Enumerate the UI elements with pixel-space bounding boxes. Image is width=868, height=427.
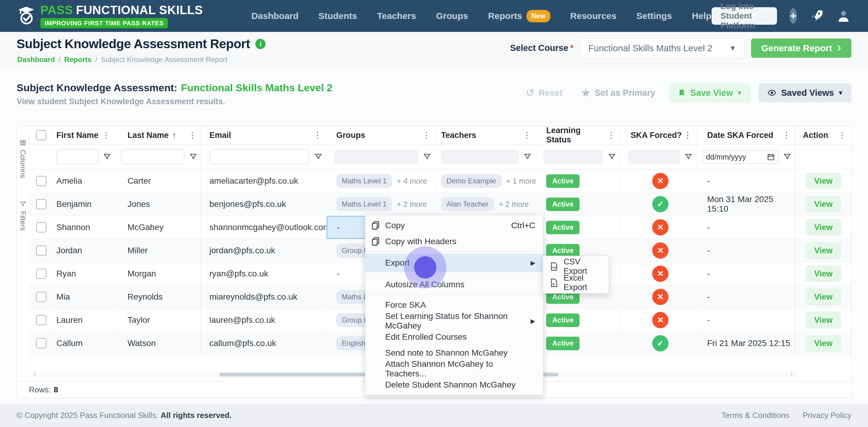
breadcrumb-reports[interactable]: Reports bbox=[64, 56, 92, 64]
tab-filters[interactable]: Filters bbox=[17, 201, 29, 231]
column-menu-icon[interactable]: ⋮ bbox=[313, 130, 321, 140]
save-view-button[interactable]: Save View▾ bbox=[669, 83, 750, 102]
breadcrumb-dashboard[interactable]: Dashboard bbox=[17, 56, 55, 64]
column-menu-icon[interactable]: ⋮ bbox=[523, 130, 531, 140]
grid-header-row: First Name⋮ Last Name↑⋮ Email⋮ Groups⋮ T… bbox=[29, 126, 851, 144]
first-name-filter-input[interactable] bbox=[56, 150, 98, 164]
status-badge: Active bbox=[546, 174, 580, 188]
login-student-platform-button[interactable]: Log into Student Platform bbox=[712, 7, 777, 25]
last-name-filter-input[interactable] bbox=[121, 150, 184, 164]
cross-icon bbox=[652, 289, 669, 305]
select-all-checkbox[interactable] bbox=[36, 130, 46, 140]
teachers-filter-input bbox=[441, 150, 519, 164]
column-menu-icon[interactable]: ⋮ bbox=[838, 130, 846, 140]
required-asterisk: * bbox=[570, 43, 574, 53]
submenu-item-csv-export[interactable]: CSV CSV Export bbox=[543, 258, 609, 275]
menu-item-set-learning-status[interactable]: Set Learning Status for Shannon McGahey … bbox=[365, 313, 543, 329]
view-toolbar: ↺Reset ★Set as Primary Save View▾ Saved … bbox=[526, 83, 851, 102]
funnel-icon[interactable] bbox=[608, 153, 616, 161]
calendar-icon[interactable] bbox=[767, 153, 775, 161]
svg-text:x: x bbox=[553, 282, 555, 286]
submenu-item-excel-export[interactable]: x Excel Export bbox=[543, 275, 609, 291]
menu-item-copy-with-headers[interactable]: Copy with Headers bbox=[365, 233, 543, 249]
column-menu-icon[interactable]: ⋮ bbox=[102, 130, 110, 140]
table-row[interactable]: Amelia Carter ameliacarter@pfs.co.uk Mat… bbox=[29, 169, 851, 193]
column-menu-icon[interactable]: ⋮ bbox=[607, 130, 615, 140]
column-menu-icon[interactable]: ⋮ bbox=[782, 130, 790, 140]
menu-item-autosize[interactable]: Autosize All Columns bbox=[365, 276, 543, 292]
view-button[interactable]: View bbox=[806, 335, 841, 352]
rocket-icon[interactable] bbox=[809, 9, 824, 23]
view-button[interactable]: View bbox=[806, 289, 841, 305]
menu-item-delete-student[interactable]: Delete Student Shannon McGahey bbox=[365, 377, 543, 393]
privacy-link[interactable]: Privacy Policy bbox=[803, 411, 851, 420]
nav-item-students[interactable]: Students bbox=[318, 11, 357, 21]
nav-item-teachers[interactable]: Teachers bbox=[377, 11, 416, 21]
grid-filter-row: dd/mm/yyyy bbox=[29, 144, 851, 169]
menu-item-copy[interactable]: Copy Ctrl+C bbox=[365, 218, 543, 233]
view-button[interactable]: View bbox=[806, 172, 841, 189]
menu-item-attach-to-teachers[interactable]: Attach Shannon McGahey to Teachers... bbox=[365, 361, 543, 377]
row-checkbox[interactable] bbox=[36, 338, 46, 349]
column-menu-icon[interactable]: ⋮ bbox=[188, 130, 196, 140]
info-icon[interactable]: i bbox=[255, 39, 266, 49]
nav-item-dashboard[interactable]: Dashboard bbox=[251, 11, 299, 21]
scroll-right-icon[interactable]: › bbox=[790, 371, 792, 377]
date-filter-input[interactable]: dd/mm/yyyy bbox=[702, 150, 778, 164]
copy-icon bbox=[371, 236, 380, 246]
saved-views-button[interactable]: Saved Views▾ bbox=[758, 83, 851, 102]
view-button[interactable]: View bbox=[806, 312, 841, 329]
menu-item-force-ska[interactable]: Force SKA bbox=[365, 297, 543, 313]
scroll-left-icon[interactable]: ‹ bbox=[34, 371, 36, 377]
view-button[interactable]: View bbox=[806, 219, 841, 236]
plus-icon[interactable]: + bbox=[789, 8, 797, 24]
table-row[interactable]: Benjamin Jones benjones@pfs.co.uk Maths … bbox=[29, 193, 851, 216]
brand-logo[interactable]: PASSFUNCTIONAL SKILLS IMPROVING FIRST TI… bbox=[18, 4, 232, 28]
row-checkbox[interactable] bbox=[36, 199, 46, 209]
menu-item-send-note[interactable]: Send note to Shannon McGahey bbox=[365, 345, 543, 361]
funnel-icon[interactable] bbox=[103, 153, 111, 161]
user-icon[interactable] bbox=[837, 9, 850, 23]
nav-item-groups[interactable]: Groups bbox=[436, 11, 468, 21]
view-button[interactable]: View bbox=[806, 196, 841, 212]
column-menu-icon[interactable]: ⋮ bbox=[684, 130, 692, 140]
funnel-icon[interactable] bbox=[423, 153, 431, 161]
tab-columns[interactable]: Columns bbox=[17, 139, 29, 178]
cross-icon bbox=[652, 219, 669, 235]
nav-item-reports[interactable]: ReportsNew bbox=[488, 10, 550, 22]
menu-item-export[interactable]: Export ▶ bbox=[365, 254, 543, 272]
page-header: Subject Knowledge Assessment Report i Da… bbox=[0, 32, 868, 64]
generate-report-button[interactable]: Generate Report › bbox=[751, 38, 851, 58]
new-badge: New bbox=[527, 10, 550, 22]
funnel-icon[interactable] bbox=[783, 153, 791, 161]
chevron-down-icon: ▾ bbox=[839, 89, 842, 97]
email-filter-input[interactable] bbox=[210, 150, 310, 164]
nav-item-resources[interactable]: Resources bbox=[570, 11, 616, 21]
funnel-icon[interactable] bbox=[684, 153, 692, 161]
view-button[interactable]: View bbox=[806, 242, 841, 259]
page-title: Subject Knowledge Assessment Report bbox=[17, 37, 250, 51]
row-checkbox[interactable] bbox=[36, 176, 46, 186]
row-checkbox[interactable] bbox=[36, 315, 46, 325]
reset-button[interactable]: ↺Reset bbox=[526, 87, 563, 99]
row-checkbox[interactable] bbox=[36, 222, 46, 232]
nav-item-settings[interactable]: Settings bbox=[636, 11, 672, 21]
set-as-primary-button[interactable]: ★Set as Primary bbox=[581, 87, 655, 99]
view-button[interactable]: View bbox=[806, 265, 841, 282]
funnel-icon[interactable] bbox=[314, 153, 322, 161]
terms-link[interactable]: Terms & Conditions bbox=[721, 411, 789, 420]
column-menu-icon[interactable]: ⋮ bbox=[423, 130, 431, 140]
row-checkbox[interactable] bbox=[36, 269, 46, 279]
cross-icon bbox=[652, 242, 669, 259]
row-checkbox[interactable] bbox=[36, 245, 46, 256]
row-checkbox[interactable] bbox=[36, 292, 46, 302]
top-navbar: PASSFUNCTIONAL SKILLS IMPROVING FIRST TI… bbox=[0, 0, 868, 32]
menu-item-edit-enrolled-courses[interactable]: Edit Enrolled Courses bbox=[365, 329, 543, 345]
status-badge: Active bbox=[546, 314, 580, 327]
csv-file-icon: CSV bbox=[549, 262, 558, 271]
nav-item-help[interactable]: Help bbox=[692, 11, 712, 21]
funnel-icon[interactable] bbox=[189, 153, 197, 161]
course-select[interactable]: Functional Skills Maths Level 2 ▼ bbox=[580, 38, 744, 58]
brand-tagline: IMPROVING FIRST TIME PASS RATES bbox=[40, 18, 168, 28]
funnel-icon[interactable] bbox=[524, 153, 531, 161]
